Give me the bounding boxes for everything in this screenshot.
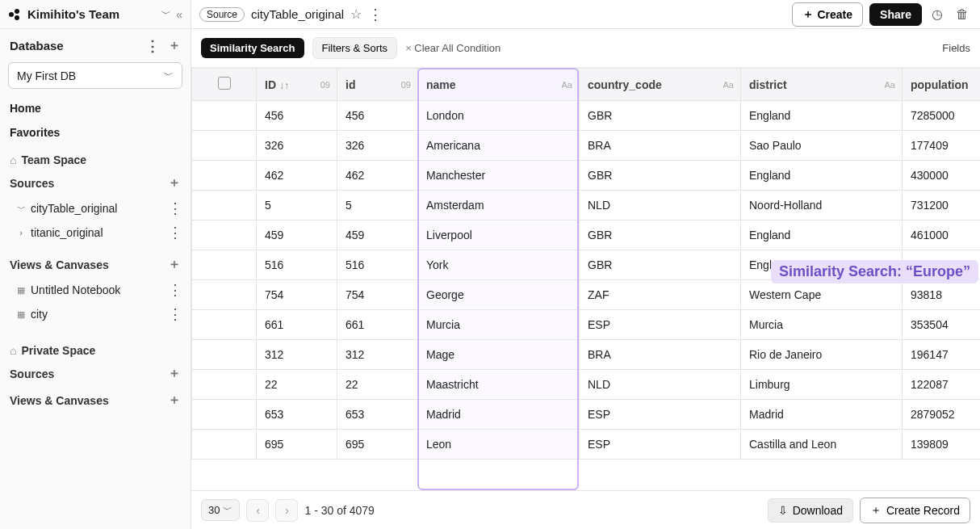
create-record-button[interactable]: ＋ Create Record [860,498,970,523]
table-header-row: ID ↓↑09 id09 nameAa country_codeAa distr… [192,69,981,101]
view-item-city[interactable]: ▦city ⋮ [0,302,191,326]
next-page-button[interactable]: › [275,499,298,522]
source-item-citytable[interactable]: ﹀cityTable_original ⋮ [0,196,191,220]
add-database-icon[interactable]: ＋ [168,37,181,54]
table-row[interactable]: 55AmsterdamNLDNoord-Holland731200 [192,191,981,220]
cell-population: 731200 [903,191,981,220]
item-menu-icon[interactable]: ⋮ [168,307,182,321]
row-select-cell[interactable] [192,370,257,400]
grid-icon: ▦ [16,285,26,296]
download-label: Download [793,504,843,517]
nav-home[interactable]: Home [0,97,191,120]
column-header-district[interactable]: districtAa [741,69,903,101]
favorite-star-icon[interactable]: ☆ [350,6,362,22]
row-select-cell[interactable] [192,400,257,430]
views-label[interactable]: Views & Canvases [10,258,109,271]
row-select-cell[interactable] [192,340,257,370]
cell-country-code: ESP [580,310,741,340]
table-row[interactable]: 661661MurciaESPMurcia353504 [192,310,981,340]
table-row[interactable]: 653653MadridESPMadrid2879052 [192,400,981,430]
row-select-cell[interactable] [192,161,257,191]
table-row[interactable]: 459459LiverpoolGBREngland461000 [192,220,981,250]
page-menu-icon[interactable]: ⋮ [368,7,383,22]
cell-country-code: NLD [580,191,741,220]
topbar: Source cityTable_original ☆ ⋮ ＋ Create S… [191,0,980,29]
private-sources-label[interactable]: Sources [10,367,54,380]
cell-country-code: BRA [580,131,741,161]
share-button[interactable]: Share [869,3,922,26]
column-header-name[interactable]: nameAa [418,69,580,101]
private-views-label[interactable]: Views & Canvases [10,394,109,407]
nav-favorites[interactable]: Favorites [0,121,191,144]
chevron-down-icon: ﹀ [161,7,171,21]
add-view-icon[interactable]: ＋ [168,256,181,273]
prev-page-button[interactable]: ‹ [246,499,269,522]
trash-icon[interactable]: 🗑 [953,6,972,23]
history-icon[interactable]: ◷ [928,5,946,23]
item-menu-icon[interactable]: ⋮ [168,283,182,297]
cell-population: 177409 [903,131,981,161]
filters-sorts-button[interactable]: Filters & Sorts [312,37,398,59]
sort-icon[interactable]: ↓↑ [279,80,289,91]
collapse-sidebar-icon[interactable]: « [176,8,182,21]
table-row[interactable]: 695695LeonESPCastilla and Leon139809 [192,430,981,460]
cell-district: England [741,161,903,191]
similarity-search-button[interactable]: Similarity Search [201,38,304,58]
add-source-icon[interactable]: ＋ [168,174,181,191]
row-select-cell[interactable] [192,250,257,280]
row-select-cell[interactable] [192,430,257,460]
cell-id: 312 [337,340,418,370]
cell-name: George [418,280,580,310]
table-row[interactable]: 2222MaastrichtNLDLimburg122087 [192,370,981,400]
fields-link[interactable]: Fields [942,42,970,54]
create-button[interactable]: ＋ Create [792,2,863,27]
row-select-cell[interactable] [192,220,257,250]
table-row[interactable]: 754754GeorgeZAFWestern Cape93818 [192,280,981,310]
sources-label[interactable]: Sources [10,177,54,190]
checkbox-icon[interactable] [218,77,231,90]
table-row[interactable]: 312312MageBRARio de Janeiro196147 [192,340,981,370]
item-menu-icon[interactable]: ⋮ [168,225,182,240]
select-all-header[interactable] [192,69,257,101]
cell-ID: 462 [257,161,337,191]
team-header[interactable]: Kimihito's Team ﹀ « [0,0,191,29]
cell-country-code: BRA [580,340,741,370]
row-select-cell[interactable] [192,131,257,161]
grid-icon: ▦ [16,309,26,320]
add-private-view-icon[interactable]: ＋ [168,392,181,409]
source-chip: Source [199,7,245,22]
cell-name: York [418,250,580,280]
cell-district: Rio de Janeiro [741,340,903,370]
database-select[interactable]: My First DB ﹀ [8,62,182,89]
column-header-population[interactable]: population [903,69,981,101]
database-menu-icon[interactable]: ⋮ [145,39,160,53]
row-select-cell[interactable] [192,101,257,131]
table-row[interactable]: 516516YorkGBREngland104425 [192,250,981,280]
cell-id: 661 [337,310,418,340]
cell-id: 5 [337,191,418,220]
cell-ID: 516 [257,250,337,280]
column-header-country-code[interactable]: country_codeAa [580,69,741,101]
table-row[interactable]: 326326AmericanaBRASao Paulo177409 [192,131,981,161]
view-item-notebook[interactable]: ▦Untitled Notebook ⋮ [0,278,191,302]
clear-conditions-link[interactable]: Clear All Condition [405,42,500,54]
download-button[interactable]: ⇩ Download [768,498,853,523]
source-item-label: cityTable_original [31,202,117,215]
table-row[interactable]: 462462ManchesterGBREngland430000 [192,161,981,191]
source-item-titanic[interactable]: ›titanic_original ⋮ [0,220,191,245]
row-select-cell[interactable] [192,191,257,220]
cell-district: Castilla and Leon [741,430,903,460]
row-select-cell[interactable] [192,280,257,310]
cell-country-code: GBR [580,161,741,191]
column-header-ID[interactable]: ID ↓↑09 [257,69,337,101]
cell-country-code: GBR [580,220,741,250]
cell-district: Noord-Holland [741,191,903,220]
add-private-source-icon[interactable]: ＋ [168,365,181,382]
item-menu-icon[interactable]: ⋮ [168,201,182,216]
page-size-select[interactable]: 30 ﹀ [201,499,240,521]
table-row[interactable]: 456456LondonGBREngland7285000 [192,101,981,131]
view-item-label: Untitled Notebook [31,283,120,296]
row-select-cell[interactable] [192,310,257,340]
cell-country-code: GBR [580,250,741,280]
column-header-id[interactable]: id09 [337,69,418,101]
